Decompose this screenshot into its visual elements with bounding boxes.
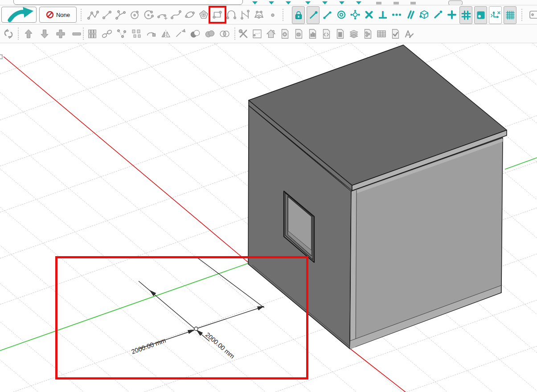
- link-objects-button[interactable]: [101, 25, 113, 42]
- layers-icon: [348, 28, 360, 40]
- create-polygon-button[interactable]: [197, 6, 209, 23]
- create-arc-polyline-button[interactable]: [115, 6, 127, 23]
- create-ellipse-button[interactable]: [184, 6, 196, 23]
- grid-hash-icon: [460, 9, 472, 21]
- constrain-parallel-button[interactable]: [404, 6, 416, 23]
- boolean-intersect-button[interactable]: [218, 25, 230, 42]
- boolean-union-button[interactable]: [204, 25, 216, 42]
- add-constraint-button[interactable]: [446, 6, 458, 23]
- trim-band-icon: [145, 28, 157, 40]
- create-bspline-button[interactable]: [239, 6, 251, 23]
- create-polyline-button[interactable]: [87, 6, 99, 23]
- annotation-editor-button[interactable]: [403, 25, 415, 42]
- toggle-snap-button[interactable]: [474, 6, 487, 24]
- overflow-stub[interactable]: [448, 0, 463, 5]
- map-sketch-button[interactable]: [251, 25, 263, 42]
- document-fill-button[interactable]: [334, 25, 346, 42]
- toggle-grid-button[interactable]: [459, 6, 472, 24]
- constrain-lock-button[interactable]: [292, 6, 305, 24]
- create-line-button[interactable]: [101, 6, 113, 23]
- toolbar-separator: [283, 9, 283, 21]
- constrain-concentric-button[interactable]: [335, 6, 347, 23]
- extend-edge-button[interactable]: [174, 25, 186, 42]
- dropdown-chevron-icon[interactable]: [305, 1, 311, 4]
- clipped-toolbar-button[interactable]: [528, 6, 537, 23]
- symmetry-icon: [160, 28, 172, 40]
- doc-code-icon: [320, 28, 332, 40]
- constrain-symmetric-button[interactable]: [349, 6, 361, 23]
- dimension-button[interactable]: [307, 6, 320, 24]
- forbidden-icon: [46, 11, 54, 19]
- split-edge-button[interactable]: [130, 25, 142, 42]
- parallel-icon: [405, 9, 416, 20]
- add-element-button[interactable]: [54, 25, 66, 42]
- constraint-extras-button[interactable]: [390, 6, 402, 23]
- create-point-button[interactable]: [266, 6, 279, 23]
- dropdown-chevron-icon[interactable]: [252, 1, 258, 4]
- create-arc-endpoints-button[interactable]: [156, 6, 168, 23]
- doc-check-icon: [389, 28, 401, 40]
- dropdown-chevron-icon[interactable]: [286, 1, 291, 4]
- document-settings-button[interactable]: [279, 25, 291, 42]
- selection-filter-input[interactable]: [13, 0, 243, 5]
- symmetric-icon: [349, 9, 361, 20]
- constrain-block-button[interactable]: [363, 6, 375, 23]
- constrain-distance-button[interactable]: [321, 6, 333, 23]
- clipped-icon: [528, 9, 537, 20]
- move-tools-group: [22, 25, 82, 42]
- constrain-perpendicular-button[interactable]: [377, 6, 389, 23]
- move-down-button[interactable]: [38, 25, 50, 42]
- toolbar-stub-icon[interactable]: [394, 2, 399, 4]
- render-order-xy-icon: [490, 9, 501, 21]
- insert-knot-button[interactable]: [115, 25, 127, 42]
- move-up-button[interactable]: [22, 25, 34, 42]
- recompute-button[interactable]: [2, 25, 14, 42]
- trim-edge-button[interactable]: [145, 25, 157, 42]
- create-circle-button[interactable]: [128, 6, 140, 23]
- toolbar-separator: [234, 28, 235, 40]
- distance-icon: [322, 9, 333, 20]
- go-home-button[interactable]: [265, 25, 277, 42]
- create-arch-slot-button[interactable]: [225, 6, 237, 23]
- text-edit-icon: [403, 28, 415, 40]
- dimension-area-highlight: [55, 256, 308, 380]
- configure-tools-button[interactable]: [237, 25, 249, 42]
- boolean-subtract-button[interactable]: [189, 25, 201, 42]
- render-order-button[interactable]: [489, 6, 502, 24]
- dropdown-chevron-icon[interactable]: [356, 1, 361, 4]
- document-chart-button[interactable]: [306, 25, 318, 42]
- remove-element-button[interactable]: [70, 25, 82, 42]
- external-geometry-button[interactable]: [418, 6, 430, 23]
- doc-chart-icon: [307, 28, 318, 40]
- document-macro-button[interactable]: [320, 25, 332, 42]
- dropdown-chevron-icon[interactable]: [322, 1, 328, 4]
- polygon-icon: [198, 9, 209, 20]
- validate-sketch-button[interactable]: [389, 25, 401, 42]
- dropdown-chevron-icon[interactable]: [269, 1, 274, 4]
- freecad-sketcher-screen: { "toolbar": { "highlight_color": "#e90f…: [0, 0, 537, 392]
- document-parts-button[interactable]: [361, 25, 373, 42]
- toolbar-stub-icon[interactable]: [410, 2, 416, 4]
- create-periodic-bspline-button[interactable]: [253, 6, 265, 23]
- geometry-toolbar: [87, 6, 279, 23]
- doc-gear-icon: [279, 28, 291, 40]
- constrain-angle-button[interactable]: [432, 6, 444, 23]
- mirror-symmetry-button[interactable]: [160, 25, 172, 42]
- filter-none-button[interactable]: None: [39, 7, 77, 23]
- sketcher-toolbar-row: None: [0, 5, 537, 24]
- toolbar-separator: [83, 28, 84, 40]
- plus-icon: [446, 9, 458, 20]
- clipped-top-toolbar-row: [0, 0, 537, 5]
- toolbar-stub-icon[interactable]: [376, 2, 381, 4]
- create-conic-button[interactable]: [170, 6, 182, 23]
- layout-columns-button[interactable]: [86, 25, 98, 42]
- layers-button[interactable]: [348, 25, 360, 42]
- toggle-fine-grid-button[interactable]: [504, 6, 517, 24]
- create-arc-button[interactable]: [142, 6, 154, 23]
- document-shape-button[interactable]: [292, 25, 304, 42]
- minus-flat-icon: [71, 28, 82, 40]
- dropdown-chevron-icon[interactable]: [339, 1, 344, 4]
- concentric-icon: [336, 9, 347, 20]
- leave-sketch-button[interactable]: [1, 7, 37, 23]
- spreadsheet-button[interactable]: [375, 25, 387, 42]
